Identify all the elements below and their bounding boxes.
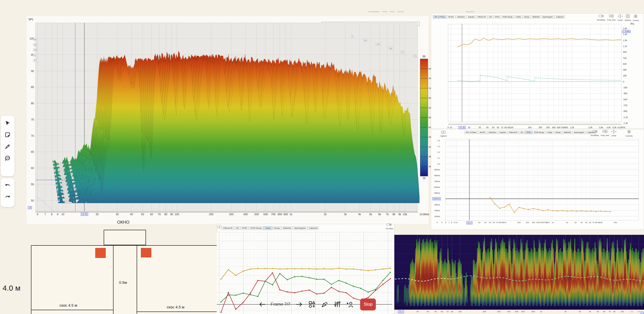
- clarity-tab-rt60[interactable]: RT60: [241, 226, 248, 230]
- spl-phase-tab-captured[interactable]: Captured: [555, 15, 565, 19]
- rt60-capture-icon-cluster: Capture: [440, 130, 447, 137]
- spl-phase-limits-button[interactable]: Limits: [617, 14, 623, 22]
- pointer-icon: [5, 120, 11, 126]
- spl-phase-deg-tick: -720: [623, 104, 627, 107]
- spl-phase-tab-impulse[interactable]: Impulse: [467, 15, 476, 19]
- spl-phase-actions-button[interactable]: Actions: [625, 14, 631, 22]
- spl-phase-tab-all-spl[interactable]: All SPL: [447, 15, 455, 19]
- rt60-tab-clarity[interactable]: Clarity: [546, 131, 554, 134]
- spl-phase-tab-spectrogram[interactable]: Spectrogram: [541, 15, 554, 19]
- spectrogram-cursor-freq-box[interactable]: 19,4: [398, 310, 404, 313]
- spectrogram-x-tick: 7k: [609, 310, 611, 313]
- waterfall-x-tick: 500: [254, 213, 259, 216]
- spl-phase-tab-spl-phase[interactable]: SPL & Phase: [433, 15, 446, 19]
- spl-phase-tab-gd[interactable]: GD: [488, 15, 493, 19]
- waterfall-x-tick: 2k: [324, 213, 327, 216]
- rt60-tab-gd[interactable]: GD: [519, 131, 525, 134]
- add-person-button[interactable]: [346, 301, 354, 308]
- waterfall-slice-time-label-right: 271: [413, 55, 418, 58]
- clarity-tab-captured[interactable]: Captured: [308, 226, 319, 230]
- shapes-tool-button[interactable]: [308, 301, 316, 308]
- spectrogram-x-tick: 10k: [621, 310, 624, 313]
- laser-tool-button[interactable]: [321, 301, 328, 308]
- pen-tool-button[interactable]: [3, 141, 13, 152]
- rt60-chart: [431, 138, 644, 225]
- clarity-tab-rt60-decay[interactable]: RT60 Decay: [249, 226, 263, 230]
- spectrogram-x-tick: 600: [521, 310, 525, 313]
- spl-phase-control-button[interactable]: Control: [633, 14, 639, 22]
- rt60-x-tick: 80: [499, 221, 501, 224]
- waterfall-legend-top: 89: [422, 55, 425, 58]
- spl-phase-x-tick: 600: [557, 126, 560, 129]
- rt60-tab-all-spl[interactable]: All SPL: [478, 131, 487, 134]
- clarity-tab-spectrogram[interactable]: Spectrogram: [293, 226, 307, 230]
- rt60-limits-button[interactable]: Limits: [611, 130, 617, 137]
- spl-phase-tab-rt60[interactable]: RT60: [493, 15, 501, 19]
- spl-phase-freq-axis-button[interactable]: Freq. Axis: [607, 14, 615, 22]
- previous-frame-button[interactable]: [259, 301, 266, 308]
- pointer-tool-button[interactable]: [3, 117, 13, 129]
- spl-phase-x-tick: 9: [448, 126, 449, 129]
- waterfall-x-tick: 100: [175, 213, 179, 216]
- room-divider-left: [113, 245, 114, 314]
- spl-phase-tab-waterfall[interactable]: Waterfall: [531, 15, 541, 19]
- spl-phase-tab-filtered-ir[interactable]: Filtered IR: [476, 15, 487, 19]
- spl-phase-tab-rt60-decay[interactable]: RT60 Decay: [501, 15, 514, 19]
- spectrogram-chart: [394, 235, 644, 310]
- room-slope-label-left: скос 4.5 м: [60, 303, 77, 307]
- rt60-x-tick: 7: [448, 221, 449, 224]
- spectrogram-scroll-thumb[interactable]: [641, 312, 644, 314]
- clarity-scrollbars-icon[interactable]: [386, 223, 392, 227]
- note-tool-button[interactable]: [3, 129, 13, 141]
- clarity-tab-filtered-ir[interactable]: Filtered IR: [222, 226, 234, 230]
- clarity-tab-clarity[interactable]: Clarity: [263, 226, 272, 230]
- rt60-x-tick: 7k: [592, 221, 594, 224]
- waterfall-x-tick: 3k: [344, 213, 347, 216]
- redo-button[interactable]: [3, 192, 13, 203]
- waterfall-x-tick: 200: [209, 213, 214, 216]
- clarity-tab-gd[interactable]: GD: [234, 226, 240, 230]
- rt60-icon-cluster: ScrollbarsFreq. AxisLimits: [591, 130, 617, 137]
- waterfall-x-tick: 90: [170, 213, 173, 216]
- rt60-tab-spl-phase[interactable]: SPL & Phase: [464, 131, 478, 134]
- spl-phase-tab-clarity[interactable]: Clarity: [514, 15, 522, 19]
- clarity-tab-waterfall[interactable]: Waterfall: [281, 226, 292, 230]
- waterfall-x-tick: 7: [44, 213, 46, 216]
- rt60-tab-waterfall[interactable]: Waterfall: [562, 131, 572, 134]
- next-frame-button[interactable]: [295, 301, 303, 308]
- clarity-tab-e[interactable]: e: [217, 225, 221, 229]
- waterfall-x-tick: 6k: [378, 213, 381, 216]
- spectrogram-axis-strip: [394, 310, 644, 314]
- spl-phase-tab-distortion[interactable]: Distortion: [456, 15, 466, 19]
- rt60-tab-rt60[interactable]: RT60: [525, 131, 532, 134]
- clarity-tab-decay[interactable]: Decay: [272, 226, 281, 230]
- rt60-tab-spectrogram[interactable]: Spectrogram: [573, 131, 586, 134]
- rt60-x-tick: 400: [532, 221, 535, 224]
- settings-sliders-button[interactable]: [334, 301, 341, 308]
- icon-label: Actions: [625, 19, 631, 21]
- rt60-tab-filtered-ir[interactable]: Filtered IR: [507, 131, 519, 134]
- spl-phase-x-tick: 700: [561, 126, 564, 129]
- icon-label: Controls: [625, 135, 633, 137]
- waterfall-x-tick: 400: [243, 213, 248, 216]
- spl-phase-deg-tick: -180: [623, 86, 627, 89]
- rt60-tab-distortion[interactable]: Distortion: [487, 131, 498, 134]
- spectrogram-x-tick: 300: [497, 310, 500, 313]
- rt60-controls-controls-button[interactable]: Controls: [625, 130, 633, 137]
- rt60-capture-capture-button[interactable]: Capture: [440, 130, 447, 137]
- spectrogram-x-tick: 8k: [613, 310, 615, 313]
- rt60-x-tick: 40: [484, 221, 487, 224]
- rt60-tab-decay[interactable]: Decay: [554, 131, 562, 134]
- rt60-tab-impulse[interactable]: Impulse: [498, 131, 507, 134]
- undo-button[interactable]: [3, 180, 13, 192]
- spl-phase-scrollbars-button[interactable]: Scrollbars: [597, 14, 605, 22]
- room-monitor-right: [141, 248, 151, 257]
- spl-phase-tab-decay[interactable]: Decay: [523, 15, 531, 19]
- comment-tool-button[interactable]: [3, 152, 13, 164]
- rt60-scrollbars-button[interactable]: Scrollbars: [591, 130, 599, 137]
- stop-button[interactable]: Stop: [360, 299, 376, 310]
- rt60-x-tick: 10k: [599, 221, 602, 224]
- rt60-tab-rt60-decay[interactable]: RT60 Decay: [532, 131, 545, 134]
- rt60-freq-axis-button[interactable]: Freq. Axis: [601, 130, 609, 137]
- laser-icon: [321, 301, 328, 308]
